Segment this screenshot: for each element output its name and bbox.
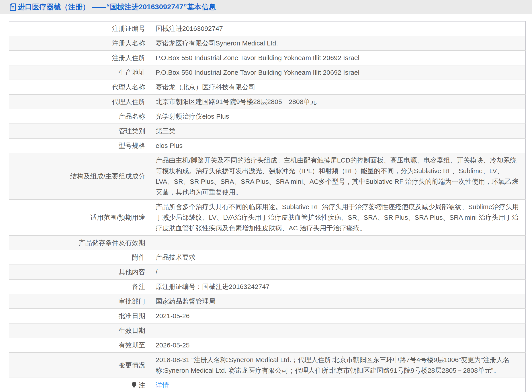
table-row: 代理人住所北京市朝阳区建国路91号院9号楼28层2805－2808单元 bbox=[9, 94, 526, 109]
row-value: 赛诺龙医疗有限公司Syneron Medical Ltd. bbox=[150, 36, 526, 51]
row-label: 有效期至 bbox=[9, 338, 150, 353]
row-label-text: 管理类别 bbox=[119, 127, 145, 135]
row-value: 产品由主机/脚踏开关及不同的治疗头组成。主机由配有触摸屏LCD的控制面板、高压电… bbox=[150, 153, 526, 200]
row-label-text: 生产地址 bbox=[119, 69, 145, 76]
table-row: 产品名称光学射频治疗仪elos Plus bbox=[9, 109, 526, 124]
row-label: 结构及组成/主要组成成分 bbox=[9, 153, 150, 200]
row-value: 北京市朝阳区建国路91号院9号楼28层2805－2808单元 bbox=[150, 94, 526, 109]
row-label-text: 注册证编号 bbox=[112, 25, 145, 32]
row-label: 其他内容 bbox=[9, 265, 150, 279]
table-row: 产品储存条件及有效期 bbox=[9, 235, 526, 250]
row-value: 详情 bbox=[150, 378, 526, 392]
row-value: 光学射频治疗仪elos Plus bbox=[150, 109, 526, 124]
table-row: 注册人住所P.O.Box 550 Industrial Zone Tavor B… bbox=[9, 51, 526, 65]
row-value: 产品所含多个治疗头具有不同的临床用途。Sublative RF 治疗头用于治疗萎… bbox=[150, 200, 526, 235]
table-row: 适用范围/预期用途产品所含多个治疗头具有不同的临床用途。Sublative RF… bbox=[9, 200, 526, 235]
row-label-text: 其他内容 bbox=[119, 268, 145, 275]
table-row: 管理类别第三类 bbox=[9, 124, 526, 138]
row-label: 产品储存条件及有效期 bbox=[9, 235, 150, 250]
row-label: 备注 bbox=[9, 279, 150, 294]
row-label-text: 注册人名称 bbox=[112, 39, 145, 47]
row-label: 注 bbox=[9, 378, 150, 392]
row-label-text: 批准日期 bbox=[119, 312, 145, 319]
table-row: 备注原注册证编号：国械注进20163242747 bbox=[9, 279, 526, 294]
row-label-text: 产品名称 bbox=[119, 113, 145, 120]
row-value: 2018-08-31 “注册人名称:Syneron Medical Ltd.；代… bbox=[150, 353, 526, 378]
row-label-text: 附件 bbox=[132, 254, 145, 261]
table-row: 批准日期2021-05-26 bbox=[9, 309, 526, 323]
row-value: 2021-05-26 bbox=[150, 309, 526, 323]
row-label: 附件 bbox=[9, 250, 150, 265]
row-label: 适用范围/预期用途 bbox=[9, 200, 150, 235]
row-value: 第三类 bbox=[150, 124, 526, 138]
page-title: 进口医疗器械（注册） ——“国械注进20163092747”基本信息 bbox=[18, 2, 216, 12]
row-value: P.O.Box 550 Industrial Zone Tavor Buildi… bbox=[150, 65, 526, 80]
row-label: 变更情况 bbox=[9, 353, 150, 378]
row-label: 代理人名称 bbox=[9, 80, 150, 94]
row-value: 国械注进20163092747 bbox=[150, 21, 526, 36]
row-label: 批准日期 bbox=[9, 309, 150, 323]
table-row: 结构及组成/主要组成成分产品由主机/脚踏开关及不同的治疗头组成。主机由配有触摸屏… bbox=[9, 153, 526, 200]
row-value: 产品技术要求 bbox=[150, 250, 526, 265]
table-row: 代理人名称赛诺龙（北京）医疗科技有限公司 bbox=[9, 80, 526, 94]
row-label-text: 变更情况 bbox=[119, 361, 145, 369]
row-label-text: 代理人名称 bbox=[112, 83, 145, 91]
row-label: 审批部门 bbox=[9, 294, 150, 309]
details-link[interactable]: 详情 bbox=[156, 381, 169, 389]
table-row: 其他内容/ bbox=[9, 265, 526, 279]
table-row: 生效日期 bbox=[9, 323, 526, 338]
row-value: / bbox=[150, 265, 526, 279]
table-row: 有效期至2026-05-25 bbox=[9, 338, 526, 353]
lightbulb-icon bbox=[131, 381, 137, 388]
table-row: 注册证编号国械注进20163092747 bbox=[9, 21, 526, 36]
row-label: 代理人住所 bbox=[9, 94, 150, 109]
row-value: elos Plus bbox=[150, 138, 526, 153]
row-label: 产品名称 bbox=[9, 109, 150, 124]
row-value bbox=[150, 235, 526, 250]
row-label: 注册人住所 bbox=[9, 51, 150, 65]
table-row: 注详情 bbox=[9, 378, 526, 392]
row-label-text: 结构及组成/主要组成成分 bbox=[70, 173, 145, 180]
row-value: 赛诺龙（北京）医疗科技有限公司 bbox=[150, 80, 526, 94]
row-label-text: 代理人住所 bbox=[112, 98, 145, 105]
table-row: 附件产品技术要求 bbox=[9, 250, 526, 265]
row-label: 生产地址 bbox=[9, 65, 150, 80]
row-value bbox=[150, 323, 526, 338]
row-label-text: 注 bbox=[139, 381, 145, 389]
table-row: 审批部门国家药品监督管理局 bbox=[9, 294, 526, 309]
row-value: 2026-05-25 bbox=[150, 338, 526, 353]
row-label: 管理类别 bbox=[9, 124, 150, 138]
row-label: 注册人名称 bbox=[9, 36, 150, 51]
row-value: 国家药品监督管理局 bbox=[150, 294, 526, 309]
registration-table-body: 注册证编号国械注进20163092747注册人名称赛诺龙医疗有限公司Synero… bbox=[9, 21, 526, 392]
table-row: 变更情况2018-08-31 “注册人名称:Syneron Medical Lt… bbox=[9, 353, 526, 378]
row-label-text: 注册人住所 bbox=[112, 54, 145, 61]
row-label-text: 审批部门 bbox=[119, 298, 145, 305]
table-row: 生产地址P.O.Box 550 Industrial Zone Tavor Bu… bbox=[9, 65, 526, 80]
row-label: 型号规格 bbox=[9, 138, 150, 153]
row-label-text: 有效期至 bbox=[119, 341, 145, 349]
registration-info-table: 注册证编号国械注进20163092747注册人名称赛诺龙医疗有限公司Synero… bbox=[9, 21, 526, 392]
row-label: 生效日期 bbox=[9, 323, 150, 338]
row-value: P.O.Box 550 Industrial Zone Tavor Buildi… bbox=[150, 51, 526, 65]
page-header: 进口医疗器械（注册） ——“国械注进20163092747”基本信息 bbox=[0, 0, 532, 14]
table-row: 注册人名称赛诺龙医疗有限公司Syneron Medical Ltd. bbox=[9, 36, 526, 51]
row-value: 原注册证编号：国械注进20163242747 bbox=[150, 279, 526, 294]
row-label-text: 型号规格 bbox=[119, 142, 145, 149]
row-label-text: 适用范围/预期用途 bbox=[90, 214, 145, 221]
row-label-text: 备注 bbox=[132, 283, 145, 290]
table-row: 型号规格elos Plus bbox=[9, 138, 526, 153]
row-label: 注册证编号 bbox=[9, 21, 150, 36]
row-label-text: 生效日期 bbox=[119, 327, 145, 334]
document-icon bbox=[9, 3, 16, 11]
row-label-text: 产品储存条件及有效期 bbox=[79, 239, 145, 246]
